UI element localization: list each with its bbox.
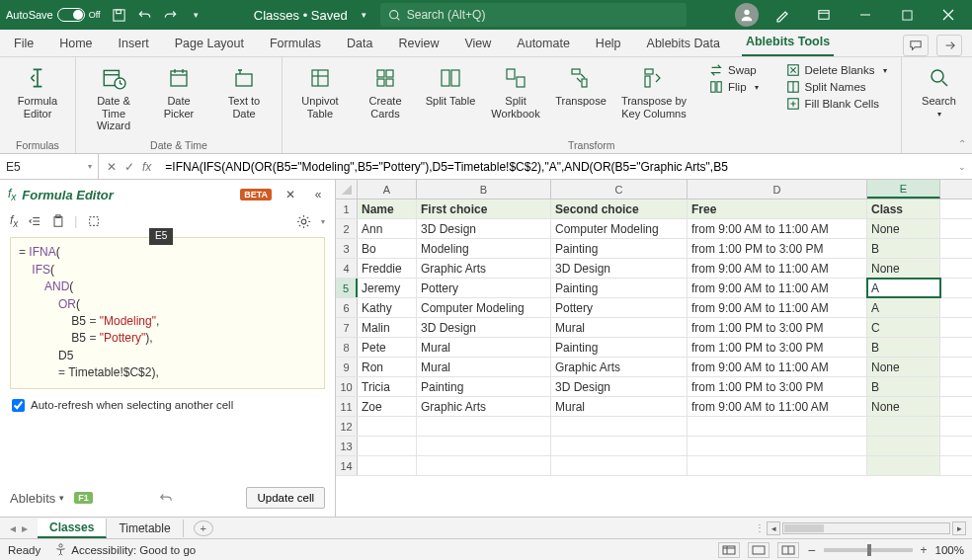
cell[interactable]: Painting [551,338,688,357]
hscroll-left-icon[interactable]: ◂ [767,521,780,535]
cell[interactable]: from 9:00 AM to 11:00 AM [688,279,867,297]
row-header[interactable]: 8 [336,338,358,357]
split-names-button[interactable]: Split Names [782,80,891,94]
title-dropdown-icon[interactable]: ▾ [362,10,366,20]
cell[interactable]: 3D Design [551,377,688,396]
normal-view-icon[interactable] [718,542,740,558]
status-accessibility[interactable]: Accessibility: Good to go [54,543,196,556]
split-table-button[interactable]: Split Table [423,63,478,120]
cell[interactable]: Tricia [358,377,417,396]
row-header[interactable]: 6 [336,298,358,317]
header-cell[interactable]: Free [688,200,867,218]
cell[interactable]: B [867,239,940,258]
row-header[interactable]: 7 [336,318,358,337]
zoom-in-icon[interactable]: + [921,543,928,557]
zoom-level[interactable]: 100% [935,544,964,556]
cell[interactable]: from 1:00 PM to 3:00 PM [688,318,867,337]
col-header-B[interactable]: B [417,180,551,199]
cell[interactable]: Mural [551,318,688,337]
cell[interactable]: B [867,377,940,396]
sheet-nav-prev-icon[interactable]: ◂ [10,521,16,535]
cell[interactable]: Pete [358,338,417,357]
collapse-ribbon-icon[interactable]: ⌃ [958,138,966,149]
cell[interactable]: 3D Design [417,219,551,238]
cell[interactable]: A [867,279,940,297]
cell[interactable]: Painting [551,279,688,297]
tab-file[interactable]: File [10,33,38,56]
cell[interactable]: 3D Design [417,318,551,337]
cell[interactable]: None [867,259,940,278]
row-header[interactable]: 12 [336,417,358,436]
zoom-out-icon[interactable]: − [807,542,815,558]
cell[interactable]: Graphic Arts [417,259,551,278]
cell[interactable]: from 9:00 AM to 11:00 AM [688,259,867,278]
cell[interactable] [358,456,417,475]
new-sheet-button[interactable]: + [194,520,213,536]
row-header[interactable]: 9 [336,358,358,376]
header-cell[interactable]: Name [358,200,417,218]
undo-icon[interactable] [136,6,154,24]
update-cell-button[interactable]: Update cell [246,487,325,509]
horizontal-scrollbar[interactable] [782,522,950,534]
tab-review[interactable]: Review [394,33,443,56]
row-header[interactable]: 3 [336,239,358,258]
cell[interactable]: Painting [551,239,688,258]
insert-fx-icon[interactable]: fx [10,213,18,229]
cell[interactable]: Kathy [358,298,417,317]
swap-button[interactable]: Swap [705,63,763,77]
panel-close-icon[interactable]: ✕ [282,186,299,203]
cell[interactable] [688,456,867,475]
cell[interactable]: C [867,318,940,337]
sheet-tab-classes[interactable]: Classes [38,519,107,538]
transpose-key-button[interactable]: Transpose by Key Columns [618,63,689,120]
auto-refresh-checkbox[interactable]: Auto-refresh when selecting another cell [0,393,335,418]
transpose-button[interactable]: Transpose [553,63,608,120]
cell[interactable]: from 9:00 AM to 11:00 AM [688,219,867,238]
col-header-D[interactable]: D [688,180,867,199]
document-title[interactable]: Classes • Saved [254,8,348,23]
cell[interactable] [867,456,940,475]
cell[interactable]: Mural [551,397,688,416]
cell[interactable]: from 1:00 PM to 3:00 PM [688,239,867,258]
search-input[interactable]: Search (Alt+Q) [380,3,687,27]
cell[interactable]: Mural [417,338,551,357]
row-header[interactable]: 5 [336,279,358,297]
f1-badge[interactable]: F1 [74,492,93,504]
cell[interactable]: Ann [358,219,417,238]
tab-ablebits-data[interactable]: Ablebits Data [643,33,724,56]
cell[interactable]: from 1:00 PM to 3:00 PM [688,338,867,357]
share-icon[interactable] [936,35,962,56]
cell[interactable] [417,456,551,475]
flip-button[interactable]: Flip▾ [705,80,763,94]
formula-editor-button[interactable]: Formula Editor [10,63,65,120]
cell[interactable]: from 1:00 PM to 3:00 PM [688,377,867,396]
row-header[interactable]: 11 [336,397,358,416]
outdent-icon[interactable] [28,215,41,227]
col-header-C[interactable]: C [551,180,688,199]
row-header[interactable]: 1 [336,200,358,218]
create-cards-button[interactable]: Create Cards [358,63,413,120]
name-box[interactable]: E5▾ [0,154,99,179]
cell[interactable] [551,456,688,475]
delete-blanks-button[interactable]: Delete Blanks▾ [782,63,891,77]
tab-formulas[interactable]: Formulas [266,33,325,56]
cell[interactable]: A [867,298,940,317]
cell[interactable]: Zoe [358,397,417,416]
comments-icon[interactable] [903,35,929,56]
cell[interactable]: Modeling [417,239,551,258]
autosave-toggle[interactable]: AutoSave Off [6,8,101,22]
select-all-corner[interactable] [336,180,358,199]
cell[interactable]: Freddie [358,259,417,278]
cell[interactable]: from 9:00 AM to 11:00 AM [688,358,867,376]
maximize-button[interactable] [889,1,925,29]
header-cell[interactable]: Second choice [551,200,688,218]
row-header[interactable]: 4 [336,259,358,278]
cell[interactable]: Computer Modeling [551,219,688,238]
cell[interactable]: None [867,358,940,376]
cell[interactable] [551,437,688,455]
ink-icon[interactable] [765,1,800,29]
cell[interactable]: Malin [358,318,417,337]
cell[interactable]: Painting [417,377,551,396]
minimize-button[interactable] [848,1,883,29]
col-header-A[interactable]: A [358,180,417,199]
